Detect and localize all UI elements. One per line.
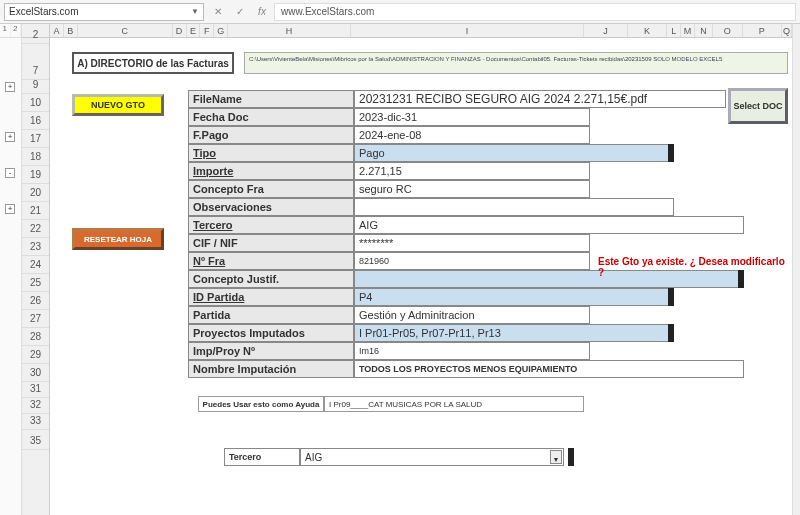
vertical-scrollbar[interactable]: [792, 24, 800, 515]
field-label: CIF / NIF: [188, 234, 354, 252]
field-value: 2024-ene-08: [354, 126, 590, 144]
row-header[interactable]: 20: [22, 184, 49, 202]
nuevo-gto-button[interactable]: NUEVO GTO: [72, 94, 164, 116]
row-header[interactable]: 10: [22, 94, 49, 112]
column-header[interactable]: L: [667, 24, 681, 37]
field-label: Proyectos Imputados: [188, 324, 354, 342]
field-label: Tercero: [188, 216, 354, 234]
field-value: TODOS LOS PROYECTOS MENOS EQUIPAMIENTO: [354, 360, 744, 378]
row-header[interactable]: 26: [22, 292, 49, 310]
field-value: AIG: [354, 216, 744, 234]
row-header[interactable]: 29: [22, 346, 49, 364]
field-label: Importe: [188, 162, 354, 180]
row-header[interactable]: 28: [22, 328, 49, 346]
outline-collapse-button[interactable]: +: [5, 82, 15, 92]
outline-collapse-button[interactable]: +: [5, 204, 15, 214]
field-value[interactable]: Pago: [354, 144, 674, 162]
row-header[interactable]: 25: [22, 274, 49, 292]
column-header[interactable]: H: [228, 24, 351, 37]
column-header[interactable]: G: [214, 24, 228, 37]
outline-collapse-button[interactable]: -: [5, 168, 15, 178]
bar-marker: [668, 144, 674, 162]
select-doc-button[interactable]: Select DOC: [728, 88, 788, 124]
formula-input[interactable]: www.ExcelStars.com: [274, 3, 796, 21]
helper-value: I Pr09____CAT MUSICAS POR LA SALUD: [324, 396, 584, 412]
outline-gutter: 1 2 + + - +: [0, 24, 22, 515]
dropdown-icon[interactable]: ▼: [550, 450, 562, 464]
sheet-area[interactable]: A) DIRECTORIO de las Facturas C:\Users\V…: [50, 38, 792, 515]
field-value: ********: [354, 234, 590, 252]
field-value: 2023-dic-31: [354, 108, 590, 126]
directorio-label-box: A) DIRECTORIO de las Facturas: [72, 52, 234, 74]
field-label: Concepto Justif.: [188, 270, 354, 288]
column-header[interactable]: M: [681, 24, 695, 37]
column-header[interactable]: D: [173, 24, 187, 37]
formula-buttons: ✕ ✓ fx: [210, 4, 270, 20]
column-header[interactable]: K: [628, 24, 668, 37]
helper-label: Puedes Usar esto como Ayuda: [198, 396, 324, 412]
outline-level-1[interactable]: 1: [0, 24, 11, 37]
row-header[interactable]: 35: [22, 432, 49, 450]
column-header[interactable]: F: [200, 24, 214, 37]
column-header[interactable]: O: [713, 24, 743, 37]
field-value: Im16: [354, 342, 590, 360]
row-header[interactable]: 2: [22, 26, 49, 44]
column-header[interactable]: I: [351, 24, 584, 37]
formula-bar: ExcelStars.com ▼ ✕ ✓ fx www.ExcelStars.c…: [0, 0, 800, 24]
column-header[interactable]: B: [64, 24, 78, 37]
field-value: seguro RC: [354, 180, 590, 198]
name-box[interactable]: ExcelStars.com ▼: [4, 3, 204, 21]
row-header[interactable]: 22: [22, 220, 49, 238]
row-header[interactable]: 19: [22, 166, 49, 184]
tercero-label: Tercero: [224, 448, 300, 466]
field-label: Nombre Imputación: [188, 360, 354, 378]
resetear-hoja-button[interactable]: RESETEAR HOJA: [72, 228, 164, 250]
field-label: Concepto Fra: [188, 180, 354, 198]
field-label: ID Partida: [188, 288, 354, 306]
row-header[interactable]: 17: [22, 130, 49, 148]
row-header[interactable]: 23: [22, 238, 49, 256]
field-label: Observaciones: [188, 198, 354, 216]
field-label: Imp/Proy Nº: [188, 342, 354, 360]
row-header[interactable]: 9: [22, 76, 49, 94]
field-label: F.Pago: [188, 126, 354, 144]
column-header[interactable]: C: [78, 24, 173, 37]
accept-icon[interactable]: ✓: [232, 4, 248, 20]
column-header[interactable]: Q: [782, 24, 792, 37]
bar-marker: [568, 448, 574, 466]
row-headers: 2791016171819202122232425262728293031323…: [22, 24, 50, 515]
field-value: 821960: [354, 252, 590, 270]
row-header[interactable]: 27: [22, 310, 49, 328]
row-header[interactable]: 24: [22, 256, 49, 274]
warning-text: Este Gto ya existe. ¿ Desea modificarlo …: [598, 256, 792, 278]
outline-collapse-button[interactable]: +: [5, 132, 15, 142]
field-value: [354, 198, 674, 216]
field-label: Partida: [188, 306, 354, 324]
cancel-icon[interactable]: ✕: [210, 4, 226, 20]
name-box-value: ExcelStars.com: [9, 6, 78, 17]
tercero-dropdown[interactable]: AIG: [300, 448, 564, 466]
field-value[interactable]: P4: [354, 288, 674, 306]
column-header[interactable]: E: [187, 24, 201, 37]
row-header[interactable]: 18: [22, 148, 49, 166]
directorio-path: C:\Users\VivienteBela\Misiones\Mibricos …: [244, 52, 788, 74]
column-header[interactable]: P: [743, 24, 783, 37]
field-label: Tipo: [188, 144, 354, 162]
column-header[interactable]: N: [695, 24, 713, 37]
column-header[interactable]: A: [50, 24, 64, 37]
field-value[interactable]: I Pr01-Pr05, Pr07-Pr11, Pr13: [354, 324, 674, 342]
field-label: Fecha Doc: [188, 108, 354, 126]
row-header[interactable]: 16: [22, 112, 49, 130]
row-header[interactable]: 33: [22, 412, 49, 430]
field-value: 20231231 RECIBO SEGURO AIG 2024 2.271,15…: [354, 90, 726, 108]
column-header[interactable]: J: [584, 24, 628, 37]
bar-marker: [668, 324, 674, 342]
fx-icon[interactable]: fx: [254, 4, 270, 20]
field-label: Nº Fra: [188, 252, 354, 270]
column-headers: ABCDEFGHIJKLMNOPQ: [50, 24, 792, 38]
field-value: Gestión y Adminitracion: [354, 306, 590, 324]
outline-level-2[interactable]: 2: [11, 24, 22, 37]
field-label: FileName: [188, 90, 354, 108]
row-header[interactable]: 21: [22, 202, 49, 220]
chevron-down-icon[interactable]: ▼: [191, 7, 199, 16]
